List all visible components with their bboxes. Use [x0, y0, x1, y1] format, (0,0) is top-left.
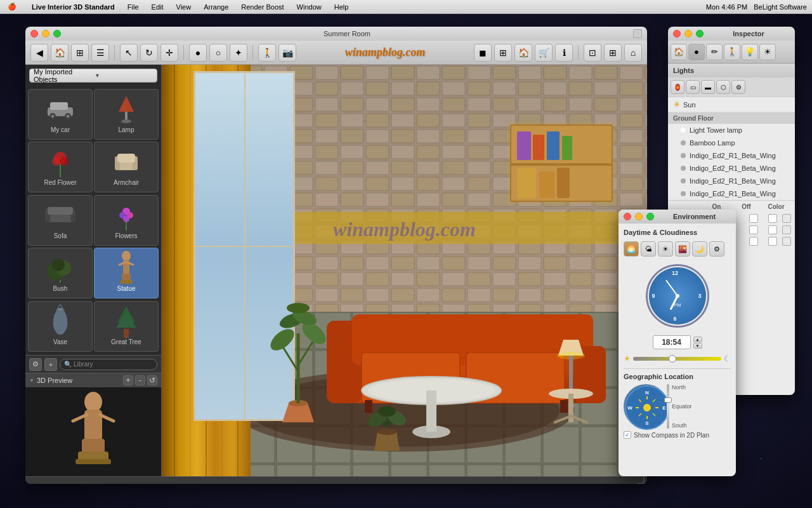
lat-thumb[interactable] [664, 398, 672, 403]
select-tool[interactable]: ↖ [120, 44, 138, 62]
env-max[interactable] [646, 213, 654, 220]
off-checkbox-1[interactable] [768, 214, 777, 223]
view-split-btn[interactable]: ⊞ [604, 44, 622, 62]
info-btn[interactable]: ℹ [555, 44, 573, 62]
lights-tool-1[interactable]: 🏮 [671, 80, 684, 94]
insp-tool-house[interactable]: 🏠 [671, 44, 687, 60]
preview-header[interactable]: ▼ 3D Preview + - ↺ [25, 373, 161, 387]
center-3d-view[interactable]: winampblog.com [162, 65, 647, 476]
light-item-5[interactable]: Indigo_Ed2_R1_Beta_Wing [668, 187, 795, 200]
star-tool[interactable]: ✦ [230, 44, 247, 62]
brightness-thumb[interactable] [669, 355, 676, 363]
time-input[interactable]: 18:54 [653, 335, 691, 349]
env-noon-btn[interactable]: ☀ [658, 241, 673, 257]
time-stepper: ▲ ▼ [693, 337, 702, 349]
insp-tool-bulb[interactable]: 💡 [742, 44, 758, 60]
object-item-sofa[interactable]: Sofa [28, 195, 93, 246]
minimize-button[interactable] [42, 30, 49, 37]
lights-tool-4[interactable]: ⬡ [716, 80, 730, 94]
light-item-3[interactable]: Indigo_Ed2_R1_Beta_Wing [668, 162, 795, 175]
off-checkbox-2[interactable] [768, 225, 777, 234]
object-item-lamp[interactable]: Lamp [94, 89, 159, 140]
env-close[interactable] [624, 213, 631, 220]
objects-dropdown[interactable]: My Imported Objects ▼ [29, 69, 157, 83]
view-menu[interactable]: View [174, 3, 194, 11]
svg-point-3 [51, 115, 54, 117]
floor-plan-btn[interactable]: 🏠 [51, 44, 69, 62]
ring-tool[interactable]: ○ [209, 44, 227, 62]
on-checkbox-2[interactable] [749, 225, 758, 234]
list-btn[interactable]: ☰ [91, 44, 109, 62]
search-bar[interactable]: 🔍 Library [60, 359, 157, 370]
lights-tool-5[interactable]: ⚙ [731, 80, 745, 94]
object-item-armchair[interactable]: Armchair [94, 142, 159, 192]
maximize-button[interactable] [53, 30, 61, 37]
lights-tool-2[interactable]: ▭ [686, 80, 700, 94]
camera-tool[interactable]: 📷 [278, 44, 296, 62]
walk-btn[interactable]: 🏠 [514, 44, 532, 62]
object-item-bush[interactable]: Bush [28, 248, 93, 298]
render-boost-menu[interactable]: Render Boost [239, 3, 286, 11]
brightness-slider[interactable] [633, 357, 721, 361]
view-3d-btn[interactable]: ⌂ [624, 44, 642, 62]
env-night-btn[interactable]: 🌙 [692, 241, 707, 257]
insp-tool-sun[interactable]: ☀ [759, 44, 776, 60]
insp-tool-circle[interactable]: ● [688, 44, 705, 60]
panel-tool-2[interactable]: + [44, 358, 57, 371]
close-button[interactable] [30, 30, 38, 37]
env-afternoon-btn[interactable]: 🌇 [675, 241, 690, 257]
insp-tool-person[interactable]: 🚶 [724, 44, 740, 60]
apple-menu[interactable]: 🍎 [5, 3, 19, 11]
move-tool[interactable]: ✛ [160, 44, 178, 62]
on-checkbox-1[interactable] [749, 214, 758, 223]
env-cloud-btn[interactable]: ⚙ [709, 241, 724, 257]
edit-menu[interactable]: Edit [149, 3, 166, 11]
3d-view-btn[interactable]: ◼ [474, 44, 492, 62]
zoom-out-btn[interactable]: - [135, 375, 145, 385]
svg-point-121 [643, 404, 651, 411]
on-checkbox-3[interactable] [749, 237, 758, 246]
light-item-0[interactable]: Light Tower lamp [668, 124, 795, 137]
arrange-menu[interactable]: Arrange [201, 3, 231, 11]
circle-tool[interactable]: ● [189, 44, 207, 62]
view-2d-btn[interactable]: ⊡ [584, 44, 601, 62]
object-item-mycar[interactable]: My car [28, 89, 93, 140]
light-item-2[interactable]: Indigo_Ed2_R1_Beta_Wing [668, 149, 795, 162]
window-menu[interactable]: Window [294, 3, 324, 11]
insp-tool-pencil[interactable]: ✏ [706, 44, 723, 60]
color-swatch-1[interactable] [782, 214, 791, 223]
compass-checkbox[interactable]: ✓ [624, 431, 631, 439]
zoom-reset-btn[interactable]: ↺ [147, 375, 157, 385]
env-dawn-btn[interactable]: 🌅 [624, 241, 639, 257]
time-up-btn[interactable]: ▲ [693, 337, 702, 342]
app-name[interactable]: Live Interior 3D Standard [29, 3, 117, 11]
env-morning-btn[interactable]: 🌤 [641, 241, 656, 257]
object-item-vase[interactable]: Vase [28, 301, 93, 352]
lights-tool-3[interactable]: ▬ [701, 80, 715, 94]
object-item-greattree[interactable]: Great Tree [94, 301, 159, 352]
object-item-redflower[interactable]: Red Flower [28, 142, 93, 192]
window-resize[interactable] [633, 29, 642, 38]
light-item-1[interactable]: Bamboo Lamp [668, 137, 795, 149]
inspector-max[interactable] [696, 30, 704, 37]
zoom-in-btn[interactable]: + [123, 375, 133, 385]
cart-btn[interactable]: 🛒 [535, 44, 553, 62]
object-item-flowers[interactable]: Flowers [94, 195, 159, 246]
camera-view-btn[interactable]: ⊞ [494, 44, 512, 62]
inspector-min[interactable] [684, 30, 692, 37]
light-item-4[interactable]: Indigo_Ed2_R1_Beta_Wing [668, 175, 795, 187]
file-menu[interactable]: File [125, 3, 141, 11]
object-item-statue[interactable]: Statue [94, 248, 159, 298]
env-min[interactable] [635, 213, 643, 220]
table-btn[interactable]: ⊞ [71, 44, 89, 62]
settings-btn[interactable]: ⚙ [29, 358, 42, 371]
color-swatch-2[interactable] [782, 225, 791, 234]
help-menu[interactable]: Help [332, 3, 351, 11]
person-tool[interactable]: 🚶 [258, 44, 276, 62]
time-down-btn[interactable]: ▼ [693, 343, 702, 349]
rotate-tool[interactable]: ↻ [140, 44, 158, 62]
off-checkbox-3[interactable] [768, 237, 777, 246]
back-button[interactable]: ◀ [30, 44, 48, 62]
color-swatch-3[interactable] [782, 237, 791, 246]
inspector-close[interactable] [673, 30, 681, 37]
